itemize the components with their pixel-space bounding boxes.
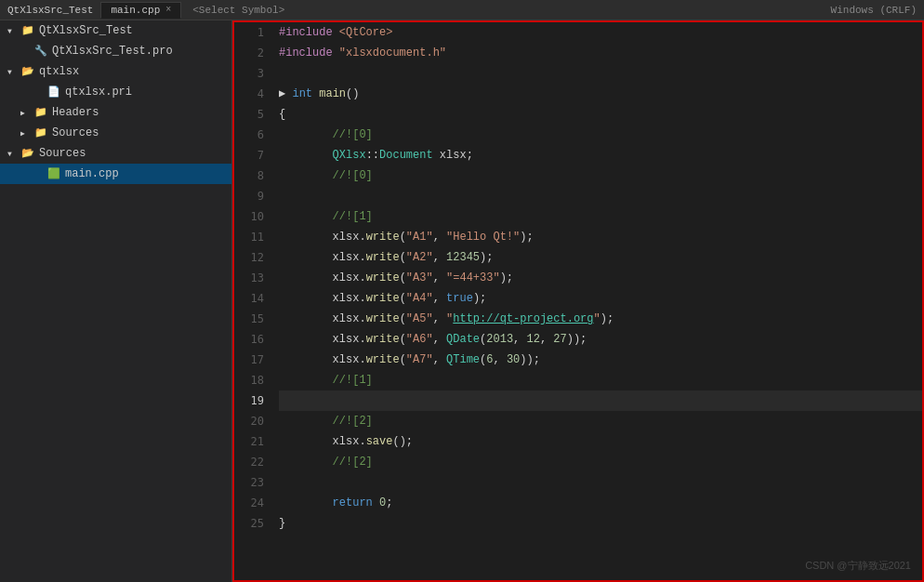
sources-qtxlsx-arrow: ▶ [20, 129, 33, 138]
ln-10: 10 [234, 206, 271, 227]
code-line-10: //![1] [279, 206, 922, 227]
line-ending-label: Windows (CRLF) [831, 5, 917, 16]
main-layout: ▼ 📁 QtXlsxSrc_Test 🔧 QtXlsxSrc_Test.pro … [0, 20, 924, 582]
code-content: #include <QtCore> #include "xlsxdocument… [271, 22, 922, 580]
sources-folder-icon: 📂 [20, 146, 35, 161]
ln-6: 6 [234, 125, 271, 145]
sources-qtxlsx-folder-icon: 📁 [33, 126, 48, 140]
ln-13: 13 [234, 268, 271, 288]
sidebar-item-project[interactable]: ▼ 📁 QtXlsxSrc_Test [0, 20, 231, 41]
code-line-4: ▶ int main() [279, 84, 922, 104]
line-numbers: 1 2 3 4 5 6 7 8 9 10 11 12 13 14 15 16 1… [234, 22, 271, 580]
sources-label: Sources [39, 147, 86, 160]
top-bar: QtXlsxSrc_Test main.cpp × <Select Symbol… [0, 0, 924, 20]
main-cpp-label: main.cpp [65, 167, 119, 180]
pri-file-label: qtxlsx.pri [65, 86, 132, 99]
code-line-13: xlsx.write("A3", "=44+33"); [279, 268, 922, 288]
qtxlsx-label: qtxlsx [39, 65, 79, 78]
code-line-17: xlsx.write("A7", QTime(6, 30)); [279, 350, 922, 370]
sources-arrow: ▼ [7, 150, 20, 158]
tab-main-cpp[interactable]: main.cpp × [100, 2, 181, 19]
main-cpp-icon: 🟩 [46, 166, 61, 181]
sidebar-item-pro[interactable]: 🔧 QtXlsxSrc_Test.pro [0, 41, 231, 61]
ln-11: 11 [234, 227, 271, 247]
select-symbol-dropdown[interactable]: <Select Symbol> [192, 5, 284, 16]
code-line-23 [279, 472, 922, 493]
ln-5: 5 [234, 104, 271, 125]
project-arrow: ▼ [7, 27, 20, 35]
ln-20: 20 [234, 411, 271, 431]
ln-15: 15 [234, 309, 271, 329]
code-line-14: xlsx.write("A4", true); [279, 288, 922, 309]
code-line-2: #include "xlsxdocument.h" [279, 43, 922, 63]
code-line-6: //![0] [279, 125, 922, 145]
code-line-12: xlsx.write("A2", 12345); [279, 247, 922, 268]
code-line-22: //![2] [279, 452, 922, 472]
headers-arrow: ▶ [20, 109, 33, 117]
tab-bar: main.cpp × <Select Symbol> [100, 2, 284, 19]
pri-file-icon: 📄 [46, 85, 61, 99]
ln-8: 8 [234, 165, 271, 186]
editor-area[interactable]: 1 2 3 4 5 6 7 8 9 10 11 12 13 14 15 16 1… [232, 20, 924, 582]
ln-7: 7 [234, 145, 271, 165]
code-line-25: } [279, 513, 922, 534]
pro-file-icon: 🔧 [33, 44, 48, 59]
ln-14: 14 [234, 288, 271, 309]
qtxlsx-arrow: ▼ [7, 68, 20, 76]
code-line-24: return 0; [279, 493, 922, 513]
ln-21: 21 [234, 431, 271, 452]
ln-23: 23 [234, 472, 271, 493]
ln-2: 2 [234, 43, 271, 63]
code-line-5: { [279, 104, 922, 125]
pro-file-label: QtXlsxSrc_Test.pro [52, 45, 173, 58]
ln-25: 25 [234, 513, 271, 534]
ln-19: 19 [234, 390, 271, 411]
sidebar-item-sources[interactable]: ▼ 📂 Sources [0, 143, 231, 164]
code-line-18: //![1] [279, 370, 922, 390]
code-line-8: //![0] [279, 165, 922, 186]
ln-24: 24 [234, 493, 271, 513]
project-folder-icon: 📁 [20, 23, 35, 38]
sidebar-item-sources-qtxlsx[interactable]: ▶ 📁 Sources [0, 123, 231, 143]
code-line-1: #include <QtCore> [279, 22, 922, 43]
code-line-11: xlsx.write("A1", "Hello Qt!"); [279, 227, 922, 247]
code-line-21: xlsx.save(); [279, 431, 922, 452]
ln-4: 4 [234, 84, 271, 104]
headers-label: Headers [52, 106, 99, 119]
sidebar-item-qtxlsx[interactable]: ▼ 📂 qtxlsx [0, 61, 231, 82]
project-label: QtXlsxSrc_Test [39, 24, 133, 37]
ln-9: 9 [234, 186, 271, 206]
ln-16: 16 [234, 329, 271, 350]
ln-17: 17 [234, 350, 271, 370]
ln-22: 22 [234, 452, 271, 472]
code-line-20: //![2] [279, 411, 922, 431]
ln-3: 3 [234, 63, 271, 84]
code-line-3 [279, 63, 922, 84]
qtxlsx-folder-icon: 📂 [20, 64, 35, 79]
ln-12: 12 [234, 247, 271, 268]
code-line-16: xlsx.write("A6", QDate(2013, 12, 27)); [279, 329, 922, 350]
watermark: CSDN @宁静致远2021 [805, 559, 911, 573]
sidebar-item-headers[interactable]: ▶ 📁 Headers [0, 102, 231, 123]
headers-folder-icon: 📁 [33, 105, 48, 120]
code-line-15: xlsx.write("A5", "http://qt-project.org"… [279, 309, 922, 329]
code-line-9 [279, 186, 922, 206]
ln-1: 1 [234, 22, 271, 43]
sidebar-item-pri[interactable]: 📄 qtxlsx.pri [0, 82, 231, 102]
sidebar: ▼ 📁 QtXlsxSrc_Test 🔧 QtXlsxSrc_Test.pro … [0, 20, 232, 582]
sources-qtxlsx-label: Sources [52, 126, 99, 139]
project-title: QtXlsxSrc_Test [7, 5, 93, 16]
tab-label: main.cpp [111, 5, 160, 16]
code-line-19 [279, 390, 922, 411]
sidebar-item-main-cpp[interactable]: 🟩 main.cpp [0, 164, 231, 184]
tab-close-icon[interactable]: × [165, 5, 171, 15]
ln-18: 18 [234, 370, 271, 390]
code-line-7: QXlsx::Document xlsx; [279, 145, 922, 165]
